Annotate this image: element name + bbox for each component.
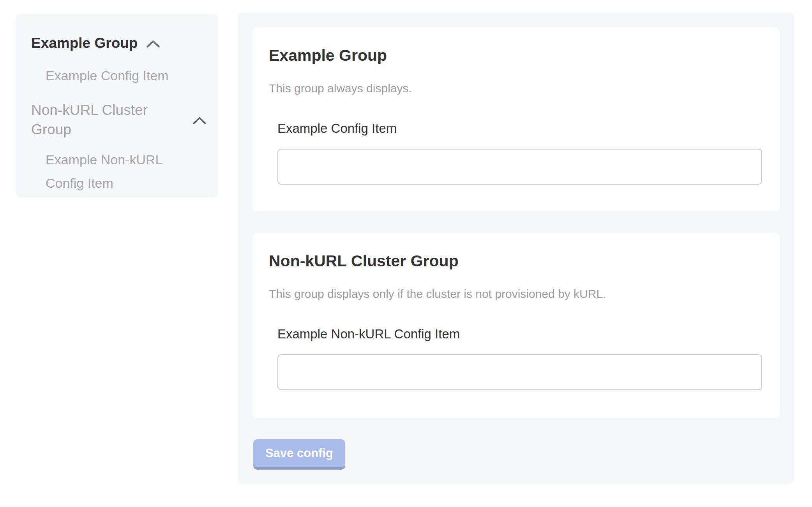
config-field: Example Config Item <box>277 120 762 185</box>
example-non-kurl-config-item-input[interactable] <box>277 354 762 390</box>
spacer <box>31 53 207 64</box>
group-description: This group always displays. <box>269 80 762 97</box>
sidebar-group-example-group[interactable]: Example Group <box>31 33 207 53</box>
config-page: Example Group Example Config Item Non-kU… <box>0 0 812 507</box>
config-item-label: Example Config Item <box>277 120 762 137</box>
config-panel: Example Group This group always displays… <box>238 12 794 484</box>
sidebar-group-label: Example Group <box>31 33 138 53</box>
sidebar-item-example-non-kurl-config-item[interactable]: Example Non-kURL Config Item <box>46 148 203 195</box>
config-nav-sidebar: Example Group Example Config Item Non-kU… <box>16 14 218 197</box>
sidebar-group-non-kurl-cluster-group[interactable]: Non-kURL Cluster Group <box>31 100 207 139</box>
example-config-item-input[interactable] <box>277 149 762 185</box>
sidebar-group-label: Non-kURL Cluster Group <box>31 100 184 139</box>
group-title: Example Group <box>269 44 762 66</box>
sidebar-item-example-config-item[interactable]: Example Config Item <box>46 64 203 87</box>
spacer <box>31 87 207 100</box>
group-description: This group displays only if the cluster … <box>269 286 762 302</box>
config-item-label: Example Non-kURL Config Item <box>277 326 762 343</box>
config-field: Example Non-kURL Config Item <box>277 326 762 390</box>
config-group-card-non-kurl-cluster-group: Non-kURL Cluster Group This group displa… <box>252 233 780 418</box>
chevron-up-icon[interactable] <box>192 117 207 125</box>
save-config-button[interactable]: Save config <box>253 439 345 470</box>
config-group-card-example-group: Example Group This group always displays… <box>252 27 780 211</box>
chevron-up-icon[interactable] <box>146 40 160 48</box>
spacer <box>31 139 207 148</box>
group-title: Non-kURL Cluster Group <box>269 250 762 272</box>
